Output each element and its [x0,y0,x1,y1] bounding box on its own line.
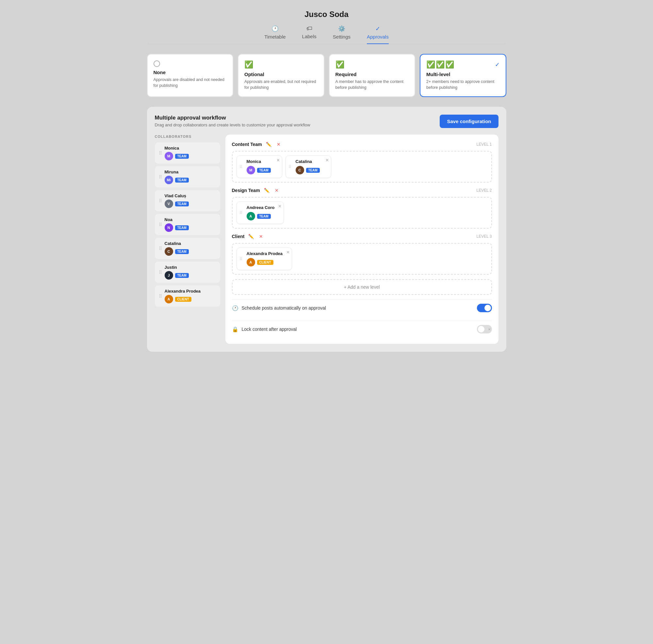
team-tag: TEAM [175,225,189,230]
collaborator-noa[interactable]: ⠿ Noa N TEAM [155,214,220,235]
team-tag: TEAM [257,214,271,219]
lock-setting-row: 🔒 Lock content after approval ✕ [232,321,492,337]
workflow-body: COLLABORATORS ⠿ Monica M TEAM ⠿ [155,134,499,344]
collab-name: Justin [165,265,189,270]
levels-panel: Content Team ✏️ ✕ LEVEL 1 ⠿ ✕ Monica M [225,134,499,344]
tab-labels[interactable]: 🏷 Labels [302,25,317,44]
avatar: A [165,295,173,303]
team-tag: TEAM [175,249,189,254]
level-1-name: Content Team [232,142,262,147]
level-2-section: Design Team ✏️ ✕ LEVEL 2 ⠿ ✕ Andreea Cor… [232,187,492,229]
collab-name: Miruna [165,170,189,174]
timetable-icon: 🕐 [271,25,279,32]
selected-check-icon: ✓ [495,61,500,68]
optional-desc: Approvals are enabled, but not required … [244,79,318,91]
collaborators-label: COLLABORATORS [155,134,220,139]
add-level-button[interactable]: + Add a new level [232,279,492,295]
required-title: Required [336,72,409,77]
avatar: A [247,258,255,267]
collaborator-vlad[interactable]: ⠿ Vlad Caluș V TEAM [155,190,220,211]
approval-option-required[interactable]: ✅ Required A member has to approve the c… [329,54,415,97]
edit-level-3-button[interactable]: ✏️ [247,233,255,240]
drag-handle-icon: ⠿ [159,151,162,156]
collaborator-catalina[interactable]: ⠿ Catalina C TEAM [155,238,220,259]
tab-settings[interactable]: ⚙️ Settings [333,25,350,44]
delete-level-2-button[interactable]: ✕ [273,187,280,194]
collab-name: Alexandra Prodea [165,289,201,294]
workflow-header: Multiple approval workflow Drag and drop… [155,115,499,128]
delete-level-3-button[interactable]: ✕ [258,233,264,240]
avatar: M [247,166,255,174]
workflow-section: Multiple approval workflow Drag and drop… [147,107,506,352]
schedule-icon: 🕐 [232,305,239,311]
collab-name: Catalina [165,241,189,246]
none-radio-icon [153,60,160,67]
collaborator-justin[interactable]: ⠿ Justin J TEAM [155,262,220,283]
drag-handle-icon: ⠿ [159,270,162,275]
avatar: V [165,200,173,208]
lock-icon: 🔒 [232,326,239,332]
approvals-check-icon: ✓ [375,25,380,32]
avatar: Mi [165,176,173,184]
level-2-name: Design Team [232,188,260,193]
drag-handle-icon: ⠿ [239,257,242,261]
avatar: N [165,223,173,232]
save-configuration-button[interactable]: Save configuration [440,115,498,128]
remove-member-catalina-button[interactable]: ✕ [325,158,329,163]
lock-label: Lock content after approval [242,327,297,332]
drag-handle-icon: ⠿ [159,174,162,180]
workflow-title: Multiple approval workflow [155,115,310,121]
app-title: Jusco Soda [147,10,506,19]
multilevel-checks-icon: ✅ ✅ ✅ [426,60,454,69]
none-title: None [153,70,227,75]
client-tag: CLIENT [175,297,191,302]
collab-name: Monica [165,146,189,151]
level-1-section: Content Team ✏️ ✕ LEVEL 1 ⠿ ✕ Monica M [232,141,492,182]
team-tag: TEAM [175,178,189,182]
collab-name: Noa [165,217,189,222]
avatar: M [165,152,173,160]
remove-member-monica-button[interactable]: ✕ [276,158,280,163]
drag-handle-icon: ⠿ [288,165,291,169]
none-desc: Approvals are disabled and not needed fo… [153,77,227,89]
level-1-label: LEVEL 1 [477,142,492,147]
drag-handle-icon: ⠿ [239,165,242,169]
collaborator-miruna[interactable]: ⠿ Miruna Mi TEAM [155,166,220,188]
optional-title: Optional [244,72,318,77]
approval-option-optional[interactable]: ✅ Optional Approvals are enabled, but no… [238,54,324,97]
level-2-dropzone: ⠿ ✕ Andreea Coro A TEAM [232,197,492,229]
avatar: J [165,271,173,279]
nav-tabs: 🕐 Timetable 🏷 Labels ⚙️ Settings ✓ Appro… [147,25,506,44]
tab-approvals[interactable]: ✓ Approvals [367,25,389,44]
drag-handle-icon: ⠿ [159,222,162,227]
collaborator-alexandra[interactable]: ⠿ Alexandra Prodea A CLIENT [155,286,220,307]
member-card-andreea: ⠿ ✕ Andreea Coro A TEAM [237,201,284,224]
member-name: Alexandra Prodea [241,251,288,256]
member-card-alexandra: ⠿ ✕ Alexandra Prodea A CLIENT [237,248,292,270]
schedule-toggle[interactable] [477,304,492,312]
drag-handle-icon: ⠿ [159,294,162,299]
level-3-dropzone: ⠿ ✕ Alexandra Prodea A CLIENT [232,243,492,275]
edit-level-2-button[interactable]: ✏️ [263,187,271,194]
collaborator-monica[interactable]: ⠿ Monica M TEAM [155,142,220,164]
level-3-name: Client [232,234,245,239]
lock-toggle[interactable]: ✕ [477,325,492,333]
remove-member-alexandra-button[interactable]: ✕ [286,250,290,255]
client-tag: CLIENT [257,260,273,265]
tab-timetable[interactable]: 🕐 Timetable [264,25,286,44]
delete-level-1-button[interactable]: ✕ [275,141,282,148]
team-tag: TEAM [257,168,271,173]
remove-member-andreea-button[interactable]: ✕ [278,204,282,209]
approval-options: None Approvals are disabled and not need… [147,54,506,97]
avatar: A [247,212,255,220]
collaborators-panel: COLLABORATORS ⠿ Monica M TEAM ⠿ [155,134,220,344]
level-3-label: LEVEL 3 [477,234,492,239]
workflow-desc: Drag and drop collaborators and create l… [155,122,310,127]
settings-icon: ⚙️ [338,25,345,32]
labels-icon: 🏷 [307,25,312,32]
team-tag: TEAM [306,168,320,173]
approval-option-multilevel[interactable]: ✅ ✅ ✅ ✓ Multi-level 2+ members need to a… [420,54,506,97]
drag-handle-icon: ⠿ [239,210,242,215]
edit-level-1-button[interactable]: ✏️ [265,141,273,148]
approval-option-none[interactable]: None Approvals are disabled and not need… [147,54,234,97]
